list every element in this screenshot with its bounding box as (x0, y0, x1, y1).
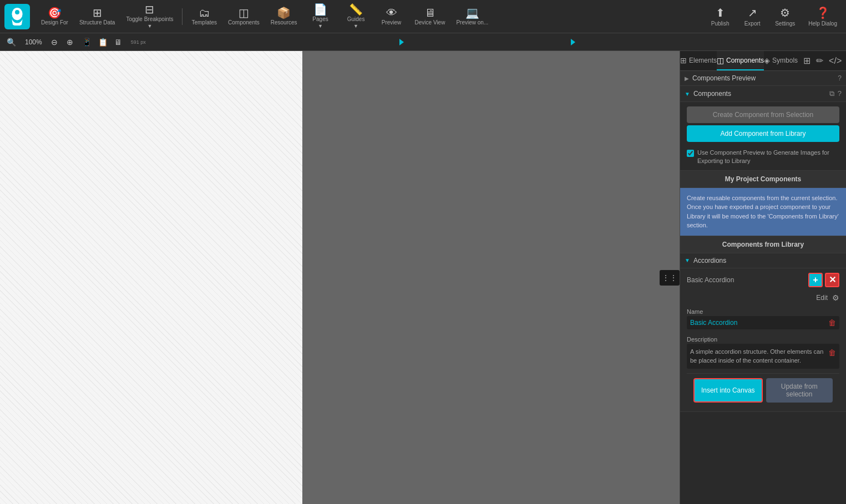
symbols-tab-icon: ◈ (764, 56, 770, 65)
toolbar-preview-on[interactable]: 💻 Preview on... (452, 5, 493, 28)
toggle-breakpoints-icon: ⊟ (145, 4, 154, 15)
ruler-px-label: 591 px (131, 39, 146, 45)
edit-row: Edit ⚙ (687, 291, 839, 306)
preview-icon: 👁 (386, 7, 397, 18)
panel-pen-icon[interactable]: ✏ (815, 54, 824, 67)
guides-icon: 📏 (349, 4, 363, 15)
copy-icon[interactable]: ⧉ (829, 89, 834, 98)
my-project-info: Create reusable components from the curr… (680, 188, 846, 236)
name-delete-icon[interactable]: 🗑 (828, 318, 836, 327)
basic-accordion-card: Basic Accordion + ✕ Edit ⚙ Name Basic Ac… (680, 268, 846, 412)
toolbar-guides[interactable]: 📏 Guides ▼ (340, 2, 373, 31)
right-panel: ⊞ Elements ◫ Components ◈ Symbols ⊞ ✏ </… (680, 51, 846, 504)
top-toolbar: 🎯 Design For ⊞ Structure Data ⊟ Toggle B… (0, 0, 846, 33)
tab-symbols[interactable]: ◈ Symbols (764, 51, 798, 70)
main-layout: ⋮⋮ ⊞ Elements ◫ Components ◈ Symbols ⊞ ✏… (0, 51, 846, 504)
preview-arrow-icon: ▶ (685, 75, 689, 82)
card-header: Basic Accordion + ✕ (687, 273, 839, 287)
toolbar-right: ⬆ Publish ↗ Export ⚙ Settings ❓ Help Dia… (706, 4, 842, 29)
description-field-value: A simple accordion structure. Other elem… (687, 344, 839, 369)
preview-on-icon: 💻 (465, 7, 479, 18)
edit-label[interactable]: Edit (814, 293, 830, 303)
canvas-white-area (0, 51, 302, 504)
help-icon: ❓ (816, 6, 830, 19)
ruler-marker-right (571, 39, 575, 45)
tab-elements[interactable]: ⊞ Elements (680, 51, 717, 70)
design-for-icon: 🎯 (48, 7, 62, 18)
components-arrow-icon: ▼ (685, 91, 690, 97)
toolbar-toggle-breakpoints[interactable]: ⊟ Toggle Breakpoints ▼ (121, 2, 178, 31)
toolbar-left-items: 🎯 Design For ⊞ Structure Data ⊟ Toggle B… (37, 2, 706, 31)
my-project-header: My Project Components (680, 171, 846, 188)
canvas-area[interactable]: ⋮⋮ (0, 51, 680, 504)
components-help-icon[interactable]: ? (838, 89, 842, 98)
tab-components[interactable]: ◫ Components (717, 51, 764, 70)
add-component-button[interactable]: Add Component from Library (687, 125, 839, 142)
tablet-icon[interactable]: 📋 (96, 37, 110, 48)
components-panel-content: ▶ Components Preview ? ▼ Components ⧉ ? … (680, 71, 846, 504)
use-preview-checkbox[interactable] (687, 150, 694, 157)
toolbar-templates[interactable]: 🗂 Templates (187, 5, 221, 28)
library-header: Components from Library (680, 236, 846, 253)
mobile-icon[interactable]: 📱 (80, 37, 94, 48)
add-accordion-button[interactable]: + (808, 273, 823, 287)
device-icons: 📱 📋 🖥 (80, 37, 124, 48)
toolbar-pages[interactable]: 📄 Pages ▼ (304, 2, 337, 31)
logo-button[interactable] (4, 4, 30, 29)
ruler-area: 591 px (129, 33, 842, 50)
publish-icon: ⬆ (716, 6, 725, 19)
components-tab-icon: ◫ (717, 56, 724, 65)
accordions-arrow-icon: ▼ (685, 257, 690, 263)
panel-icons-group: ⊞ ✏ </> 🔍 (798, 51, 846, 70)
components-header[interactable]: ▼ Components ⧉ ? (680, 86, 846, 102)
structure-data-icon: ⊞ (93, 7, 102, 18)
templates-icon: 🗂 (199, 7, 210, 18)
toolbar-preview[interactable]: 👁 Preview (375, 5, 408, 28)
toolbar-export[interactable]: ↗ Export (738, 4, 766, 29)
resources-icon: 📦 (277, 7, 291, 18)
toolbar-settings[interactable]: ⚙ Settings (771, 4, 799, 29)
bottom-buttons: Insert into Canvas Update from selection (687, 373, 839, 407)
toolbar-design-for[interactable]: 🎯 Design For (37, 5, 73, 28)
toolbar-separator (182, 8, 183, 25)
components-icon: ◫ (239, 7, 249, 18)
svg-point-1 (15, 10, 19, 14)
canvas-gray-area: ⋮⋮ (302, 51, 680, 504)
toolbar-publish[interactable]: ⬆ Publish (706, 4, 734, 29)
toolbar-resources[interactable]: 📦 Resources (266, 5, 302, 28)
zoom-out-icon[interactable]: ⊖ (49, 37, 60, 48)
card-actions: + ✕ (808, 273, 839, 287)
toolbar-components[interactable]: ◫ Components (224, 5, 264, 28)
export-icon: ↗ (748, 6, 757, 19)
description-field-label: Description (687, 334, 839, 344)
insert-canvas-button[interactable]: Insert into Canvas (693, 378, 763, 403)
pages-icon: 📄 (313, 4, 327, 15)
edit-gear-icon[interactable]: ⚙ (832, 293, 839, 302)
update-selection-button[interactable]: Update from selection (766, 378, 833, 403)
name-field-label: Name (687, 306, 839, 316)
toolbar-help[interactable]: ❓ Help Dialog (804, 4, 842, 29)
name-field-value: Basic Accordion 🗑 (687, 316, 839, 329)
accordions-group-header[interactable]: ▼ Accordions (680, 253, 846, 268)
drag-handle-icon[interactable]: ⋮⋮ (660, 270, 680, 286)
zoom-level: 100% (23, 38, 44, 46)
delete-accordion-button[interactable]: ✕ (825, 273, 839, 287)
toolbar-structure-data[interactable]: ⊞ Structure Data (75, 5, 119, 28)
panel-tabs: ⊞ Elements ◫ Components ◈ Symbols ⊞ ✏ </… (680, 51, 846, 71)
device-view-icon: 🖥 (424, 7, 435, 18)
preview-help-icon[interactable]: ? (838, 74, 842, 82)
description-delete-icon[interactable]: 🗑 (828, 347, 836, 359)
use-preview-checkbox-row: Use Component Preview to Generate Images… (680, 146, 846, 171)
toolbar-device-view[interactable]: 🖥 Device View (411, 5, 450, 28)
components-preview-header[interactable]: ▶ Components Preview ? (680, 71, 846, 86)
elements-tab-icon: ⊞ (680, 56, 687, 65)
zoom-in-icon[interactable]: ⊕ (64, 37, 75, 48)
components-header-icons: ⧉ ? (829, 89, 842, 98)
secondary-toolbar: 🔍 100% ⊖ ⊕ 📱 📋 🖥 591 px (0, 33, 846, 51)
search-icon[interactable]: 🔍 (4, 37, 18, 48)
ruler-marker-left (399, 39, 404, 45)
create-component-button: Create Component from Selection (687, 106, 839, 123)
desktop-icon[interactable]: 🖥 (112, 37, 124, 48)
panel-code-icon[interactable]: </> (828, 55, 843, 67)
panel-grid-icon[interactable]: ⊞ (802, 54, 812, 67)
